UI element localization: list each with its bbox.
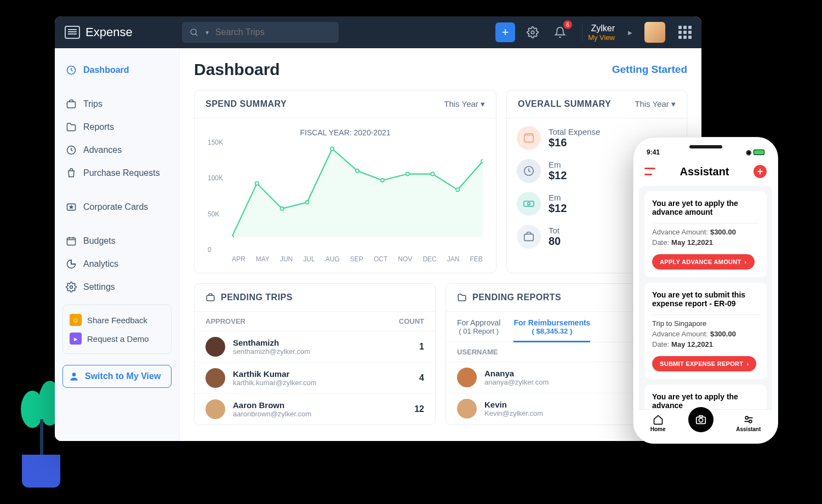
svg-rect-21 bbox=[524, 135, 534, 142]
phone-nav-home[interactable]: Home bbox=[650, 414, 666, 432]
phone-notch bbox=[689, 145, 722, 148]
folder-icon bbox=[66, 122, 77, 133]
nav-budgets[interactable]: Budgets bbox=[59, 230, 175, 252]
svg-point-14 bbox=[330, 147, 334, 150]
search-box[interactable]: ▼ bbox=[182, 22, 339, 43]
org-name: Zylker bbox=[591, 24, 615, 33]
table-row[interactable]: Senthamizhsenthamizh@zylker.com1 bbox=[195, 331, 435, 362]
tab-for-reimbursements[interactable]: For Reimbursements( $8,345.32 ) bbox=[513, 318, 590, 342]
advance-clock-icon bbox=[66, 145, 77, 156]
org-switcher[interactable]: Zylker My View bbox=[582, 24, 620, 42]
wifi-icon: ◉ bbox=[746, 148, 751, 156]
spend-chart: 050K100K150K APRMAYJUNJULAUGSEPOCTNOVDEC… bbox=[208, 142, 483, 263]
svg-point-19 bbox=[456, 188, 459, 191]
spend-summary-panel: SPEND SUMMARY This Year ▾ FISCAL YEAR: 2… bbox=[194, 90, 496, 273]
svg-point-17 bbox=[406, 172, 409, 175]
phone-title: Assistant bbox=[680, 165, 729, 178]
pending-reports-title: PENDING REPORTS bbox=[457, 293, 561, 302]
svg-point-13 bbox=[305, 201, 309, 204]
spend-summary-title: SPEND SUMMARY bbox=[206, 99, 287, 109]
nav-purchase-requests[interactable]: Purchase Requests bbox=[59, 162, 175, 184]
svg-rect-26 bbox=[207, 295, 214, 301]
bag-icon bbox=[66, 168, 77, 179]
topbar: Expense ▼ + 6 Zylker My View ▶ bbox=[55, 16, 701, 48]
avatar bbox=[206, 368, 225, 388]
nav-analytics[interactable]: Analytics bbox=[59, 253, 175, 275]
avatar bbox=[457, 368, 477, 387]
main-content: Dashboard Getting Started SPEND SUMMARY … bbox=[180, 48, 701, 441]
briefcase-small-icon bbox=[206, 293, 215, 302]
nav-corporate-cards[interactable]: Corporate Cards bbox=[59, 196, 175, 218]
search-dropdown-caret[interactable]: ▼ bbox=[204, 30, 210, 36]
svg-point-10 bbox=[232, 236, 233, 237]
phone-card: You are yet to submit this expense repor… bbox=[644, 283, 767, 379]
search-icon bbox=[190, 28, 199, 37]
settings-gear-icon[interactable] bbox=[523, 22, 543, 42]
nav-settings[interactable]: Settings bbox=[59, 276, 175, 298]
mobile-phone-mockup: 9:41 ◉ Assistant + You are yet to apply … bbox=[633, 137, 778, 444]
nav-dashboard[interactable]: Dashboard bbox=[59, 59, 175, 81]
svg-point-0 bbox=[191, 29, 196, 35]
svg-point-8 bbox=[70, 286, 73, 289]
apps-grid-icon[interactable] bbox=[678, 26, 692, 39]
camera-icon bbox=[695, 414, 707, 426]
svg-point-29 bbox=[745, 416, 748, 419]
phone-time: 9:41 bbox=[647, 148, 660, 156]
briefcase-icon bbox=[66, 99, 77, 110]
svg-point-16 bbox=[381, 179, 384, 182]
avatar bbox=[457, 399, 477, 419]
brand-label: Expense bbox=[85, 25, 133, 39]
home-icon bbox=[653, 414, 664, 425]
search-input[interactable] bbox=[215, 27, 331, 37]
pending-trips-panel: PENDING TRIPS APPROVERCOUNT Senthamizhse… bbox=[194, 283, 436, 425]
battery-icon bbox=[754, 150, 764, 155]
avatar bbox=[206, 399, 225, 419]
svg-point-30 bbox=[749, 420, 752, 423]
tab-for-approval[interactable]: For Approval( 01 Report ) bbox=[457, 318, 500, 335]
overall-summary-range-dropdown[interactable]: This Year ▾ bbox=[635, 99, 676, 109]
phone-bottom-nav: Home Assistant bbox=[639, 409, 772, 437]
chevron-right-icon[interactable]: ▶ bbox=[628, 30, 632, 36]
user-avatar[interactable] bbox=[644, 22, 665, 43]
svg-rect-7 bbox=[67, 238, 76, 245]
add-button[interactable]: + bbox=[495, 22, 515, 42]
share-feedback[interactable]: ☺Share Feedback bbox=[68, 311, 165, 329]
nav-advances[interactable]: Advances bbox=[59, 139, 175, 161]
phone-camera-button[interactable] bbox=[688, 407, 713, 432]
gear-small-icon bbox=[66, 282, 77, 293]
pending-trips-title: PENDING TRIPS bbox=[206, 293, 293, 302]
svg-point-18 bbox=[431, 172, 434, 175]
svg-rect-4 bbox=[67, 102, 76, 108]
avatar bbox=[206, 337, 225, 357]
request-demo[interactable]: ▸Request a Demo bbox=[68, 329, 165, 348]
phone-add-button[interactable]: + bbox=[754, 165, 767, 178]
org-view: My View bbox=[588, 33, 615, 42]
svg-line-1 bbox=[196, 33, 198, 36]
phone-menu-icon[interactable] bbox=[644, 168, 655, 175]
svg-point-9 bbox=[72, 373, 76, 376]
assistant-icon bbox=[743, 414, 754, 425]
calendar-icon bbox=[66, 236, 77, 247]
table-row[interactable]: Karthik Kumarkarthik.kumar@zylker.com4 bbox=[195, 362, 435, 393]
svg-point-2 bbox=[531, 31, 534, 34]
table-row[interactable]: Aaron Brownaaronbrown@zylker.com12 bbox=[195, 393, 435, 425]
svg-point-20 bbox=[481, 159, 483, 163]
phone-action-button[interactable]: APPLY ADVANCE AMOUNT › bbox=[652, 254, 755, 270]
util-box: ☺Share Feedback ▸Request a Demo bbox=[62, 305, 172, 354]
getting-started-link[interactable]: Getting Started bbox=[612, 64, 687, 76]
phone-card: You are yet to apply the advance amountA… bbox=[644, 191, 767, 277]
phone-nav-assistant[interactable]: Assistant bbox=[736, 414, 761, 432]
chart-title: FISCAL YEAR: 2020-2021 bbox=[208, 128, 483, 137]
sidebar: Dashboard Trips Reports Advances Purchas… bbox=[55, 48, 180, 441]
spend-summary-range-dropdown[interactable]: This Year ▾ bbox=[444, 99, 485, 109]
notifications-bell-icon[interactable]: 6 bbox=[550, 22, 570, 42]
phone-action-button[interactable]: SUBMIT EXPENSE REPORT › bbox=[652, 356, 756, 371]
pie-icon bbox=[66, 259, 77, 270]
overall-summary-title: OVERALL SUMMARY bbox=[518, 99, 611, 109]
nav-trips[interactable]: Trips bbox=[59, 93, 175, 115]
switch-view-button[interactable]: Switch to My View bbox=[62, 365, 172, 388]
svg-point-15 bbox=[356, 169, 359, 173]
brand: Expense bbox=[65, 25, 174, 39]
nav-reports[interactable]: Reports bbox=[59, 116, 175, 138]
svg-point-11 bbox=[255, 182, 259, 185]
